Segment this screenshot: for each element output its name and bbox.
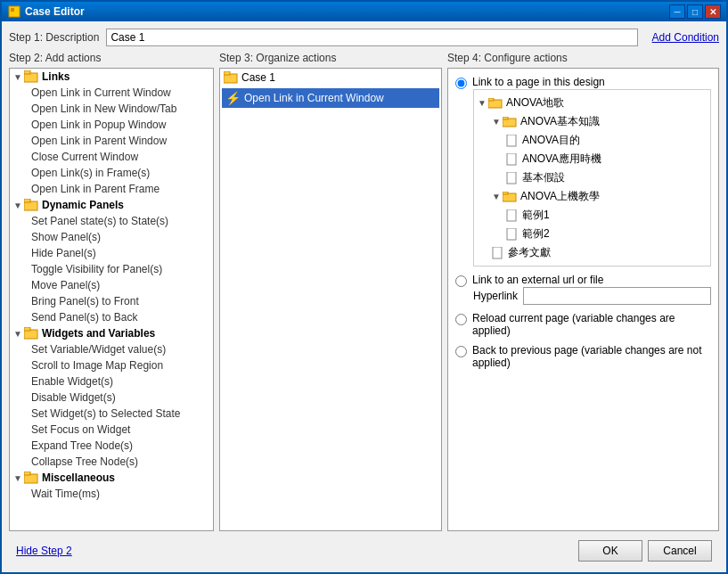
tree-node-assumption[interactable]: 基本假設: [506, 168, 707, 187]
arrow-widgets: ▼: [13, 329, 24, 339]
tree-node-example1[interactable]: 範例1: [506, 206, 707, 225]
radio-option-reload: Reload current page (variable changes ar…: [455, 312, 711, 337]
category-widgets-label: Widgets and Variables: [42, 327, 155, 340]
action-selected-row[interactable]: ⚡ Open Link in Current Window: [222, 88, 439, 108]
file-icon-example1: [506, 209, 519, 222]
case-editor-window: Case Editor ─ □ ✕ Step 1: Description Ad…: [0, 0, 728, 574]
hyperlink-input[interactable]: [523, 287, 711, 305]
svg-rect-9: [24, 472, 30, 475]
svg-rect-15: [503, 117, 508, 119]
case-row[interactable]: Case 1: [220, 69, 441, 86]
basic-folder-icon: [503, 117, 517, 127]
radio-link-external[interactable]: [455, 275, 467, 287]
action-bring-front[interactable]: Bring Panel(s) to Front: [10, 293, 213, 309]
tree-node-purpose[interactable]: ANOVA目的: [506, 131, 707, 150]
svg-rect-13: [488, 98, 494, 101]
bottom-bar: Hide Step 2 OK Cancel: [9, 537, 719, 565]
tutorial-arrow: ▼: [492, 192, 503, 201]
svg-rect-5: [24, 199, 30, 202]
hide-step2-link[interactable]: Hide Step 2: [16, 545, 72, 557]
action-set-variable[interactable]: Set Variable/Widget value(s): [10, 341, 213, 357]
widgets-folder-icon: [24, 327, 38, 340]
action-wait-time[interactable]: Wait Time(ms): [10, 486, 213, 502]
action-open-link-frames[interactable]: Open Link(s) in Frame(s): [10, 165, 213, 181]
option-link-page: Link to a page in this design ▼: [455, 76, 711, 266]
arrow-links: ▼: [13, 72, 24, 82]
description-input[interactable]: [106, 29, 637, 46]
file-icon-timing: [506, 153, 519, 166]
tree-node-timing[interactable]: ANOVA應用時機: [506, 150, 707, 168]
radio-option-external: Link to an external url or file: [455, 274, 711, 287]
title-bar-buttons: ─ □ ✕: [669, 4, 721, 19]
tree-node-tutorial[interactable]: ▼ ANOVA上機教學: [492, 187, 707, 206]
ok-button[interactable]: OK: [578, 540, 642, 562]
hyperlink-row: Hyperlink: [473, 287, 711, 305]
close-button[interactable]: ✕: [705, 4, 721, 19]
action-close-window[interactable]: Close Current Window: [10, 149, 213, 165]
action-open-link-popup[interactable]: Open Link in Popup Window: [10, 117, 213, 133]
hyperlink-label: Hyperlink: [473, 290, 518, 302]
step1-label: Step 1: Description: [9, 31, 99, 44]
step4-label: Step 4: Configure actions: [447, 52, 719, 64]
step1-row: Step 1: Description Add Condition: [9, 29, 719, 46]
tree-label-references: 參考文獻: [508, 245, 551, 260]
action-disable-widget[interactable]: Disable Widget(s): [10, 390, 213, 406]
action-send-back[interactable]: Send Panel(s) to Back: [10, 309, 213, 325]
radio-reload[interactable]: [455, 314, 467, 325]
tree-label-purpose: ANOVA目的: [522, 133, 580, 148]
case-name: Case 1: [241, 71, 275, 84]
tree-indent-1: ▼ ANOVA基本知識: [478, 112, 707, 262]
tree-node-example2[interactable]: 範例2: [506, 225, 707, 243]
action-collapse-tree[interactable]: Collapse Tree Node(s): [10, 454, 213, 470]
category-dynamic-panels[interactable]: ▼ Dynamic Panels: [10, 197, 213, 213]
svg-rect-21: [507, 209, 516, 221]
option-external-label: Link to an external url or file: [472, 274, 603, 286]
category-widgets[interactable]: ▼ Widgets and Variables: [10, 325, 213, 341]
option-back-label: Back to previous page (variable changes …: [472, 344, 711, 369]
file-icon-references: [492, 247, 504, 259]
action-scroll-image[interactable]: Scroll to Image Map Region: [10, 357, 213, 373]
radio-link-page[interactable]: [455, 78, 467, 89]
arrow-dynamic: ▼: [13, 201, 24, 210]
radio-option-back: Back to previous page (variable changes …: [455, 344, 711, 369]
minimize-button[interactable]: ─: [669, 4, 685, 19]
action-set-selected[interactable]: Set Widget(s) to Selected State: [10, 406, 213, 422]
maximize-button[interactable]: □: [687, 4, 703, 19]
tree-label-tutorial: ANOVA上機教學: [520, 189, 600, 204]
action-expand-tree[interactable]: Expand Tree Node(s): [10, 438, 213, 454]
radio-back[interactable]: [455, 346, 467, 357]
tree-node-references[interactable]: 參考文獻: [492, 243, 707, 262]
action-open-link-current[interactable]: Open Link in Current Window: [10, 85, 213, 101]
tree-node-basic[interactable]: ▼ ANOVA基本知識: [492, 112, 707, 131]
tree-node-root[interactable]: ▼ ANOVA地歌: [478, 94, 707, 112]
basic-arrow: ▼: [492, 117, 503, 127]
organize-list[interactable]: Case 1 ⚡ Open Link in Current Window: [219, 68, 442, 531]
action-set-panel-state[interactable]: Set Panel state(s) to State(s): [10, 213, 213, 229]
category-misc[interactable]: ▼ Miscellaneous: [10, 470, 213, 486]
steps-row: Step 2: Add actions ▼ Links Open Lin: [9, 52, 719, 531]
svg-rect-1: [11, 8, 14, 12]
svg-rect-3: [24, 70, 30, 74]
action-set-focus[interactable]: Set Focus on Widget: [10, 422, 213, 438]
tree-label-root: ANOVA地歌: [506, 95, 564, 111]
dynamic-folder-icon: [24, 199, 38, 211]
action-open-link-parent[interactable]: Open Link in Parent Window: [10, 133, 213, 149]
links-folder-icon: [24, 70, 38, 83]
action-move-panel[interactable]: Move Panel(s): [10, 277, 213, 293]
svg-rect-17: [507, 153, 516, 165]
cancel-button[interactable]: Cancel: [648, 540, 712, 562]
action-open-link-new[interactable]: Open Link in New Window/Tab: [10, 101, 213, 117]
page-tree[interactable]: ▼ ANOVA地歌 ▼: [473, 89, 711, 266]
category-links[interactable]: ▼ Links: [10, 69, 213, 85]
bottom-buttons: OK Cancel: [578, 540, 712, 562]
action-enable-widget[interactable]: Enable Widget(s): [10, 373, 213, 390]
action-open-link-parent-frame[interactable]: Open Link in Parent Frame: [10, 181, 213, 197]
action-hide-panel[interactable]: Hide Panel(s): [10, 245, 213, 261]
action-toggle-visibility[interactable]: Toggle Visibility for Panel(s): [10, 261, 213, 277]
option-link-page-label: Link to a page in this design: [472, 76, 605, 88]
arrow-misc: ▼: [13, 473, 24, 483]
add-condition-link[interactable]: Add Condition: [652, 31, 719, 44]
actions-list[interactable]: ▼ Links Open Link in Current Window Open…: [9, 68, 214, 531]
action-show-panel[interactable]: Show Panel(s): [10, 229, 213, 245]
svg-rect-18: [507, 172, 516, 184]
